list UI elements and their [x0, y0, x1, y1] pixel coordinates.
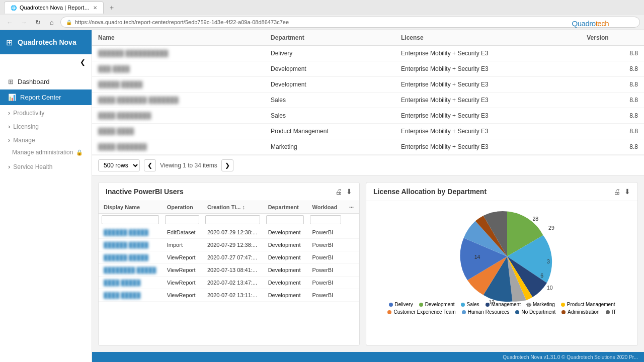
- table-row: ████████ █████ ViewReport 2020-07-13 08:…: [99, 264, 359, 277]
- legend-label-product-mgmt: Product Management: [567, 302, 615, 307]
- col-more: ···: [344, 201, 359, 214]
- legend-dot-admin: [561, 310, 566, 314]
- cell-op-1: EditDataset: [162, 226, 202, 239]
- cell-dept-6: Development: [263, 289, 307, 302]
- prev-page-button[interactable]: ❮: [144, 159, 156, 171]
- sidebar-header: ⊞ Quadrotech Nova: [0, 30, 92, 54]
- active-tab[interactable]: 🌐 Quadrotech Nova | Report cen... ✕: [4, 2, 104, 14]
- sidebar-item-dashboard[interactable]: ⊞ Dashboard: [0, 74, 92, 89]
- cell-workload-2: PowerBI: [307, 239, 344, 251]
- cell-name-1[interactable]: ██████ █████: [99, 226, 162, 239]
- filter-operation[interactable]: [165, 215, 199, 224]
- top-table-section: Name Department License Version ██████ █…: [92, 30, 644, 155]
- sidebar-group-productivity[interactable]: › Productivity: [0, 105, 92, 119]
- next-page-button[interactable]: ❯: [221, 159, 233, 171]
- filter-workload[interactable]: [310, 215, 341, 224]
- legend-dot-development: [419, 303, 423, 307]
- filter-creation[interactable]: [205, 215, 260, 224]
- forward-button[interactable]: →: [18, 17, 29, 28]
- back-button[interactable]: ←: [4, 17, 15, 28]
- address-bar[interactable]: 🔒 https://nova.quadro.tech/report-center…: [60, 17, 640, 28]
- cell-name-top-4: ████ ████████: [92, 108, 265, 124]
- cell-name-top-1: ███ ████: [92, 61, 265, 77]
- rows-per-page-select[interactable]: 500 rows 100 rows 50 rows: [98, 159, 140, 171]
- status-bar-text: Quadrotech Nova v1.31.0 © Quadrotech Sol…: [503, 354, 638, 360]
- cell-ver-top-6: 8.8: [581, 139, 644, 155]
- col-version: Version: [581, 30, 644, 46]
- label-sales: 29: [548, 225, 554, 231]
- table-row: █████ █████ Development Enterprise Mobil…: [92, 77, 644, 93]
- inactive-powerbi-title: Inactive PowerBI Users: [106, 188, 184, 196]
- cell-op-6: ViewReport: [162, 289, 202, 302]
- cell-license-top-3: Enterprise Mobility + Security E3: [395, 93, 581, 108]
- table-row: ████ ███████ ███████ Sales Enterprise Mo…: [92, 93, 644, 108]
- sidebar-label-service-health: Service Health: [13, 163, 52, 170]
- legend-development: Development: [419, 302, 455, 307]
- table-row: ██████ █████ Import 2020-07-29 12:38:...…: [99, 239, 359, 251]
- sidebar-item-report-center[interactable]: 📊 Report Center: [0, 89, 92, 105]
- legend-label-development: Development: [425, 302, 455, 307]
- cell-license-top-4: Enterprise Mobility + Security E3: [395, 108, 581, 124]
- cell-dept-top-1: Development: [265, 61, 395, 77]
- print-button-right[interactable]: 🖨: [613, 188, 620, 196]
- table-row: ████ ████ Product Management Enterprise …: [92, 124, 644, 139]
- report-icon: 📊: [8, 94, 16, 101]
- cell-name-top-6: ████ ███████: [92, 139, 265, 155]
- cell-name-top-0: ██████ ██████████: [92, 46, 265, 61]
- refresh-button[interactable]: ↻: [32, 17, 43, 28]
- home-button[interactable]: ⌂: [46, 17, 57, 28]
- chevron-down-icon-2: ›: [8, 123, 10, 130]
- cell-workload-3: PowerBI: [307, 251, 344, 264]
- inactive-powerbi-header: Inactive PowerBI Users 🖨 ⬇: [99, 183, 359, 201]
- cell-license-top-1: Enterprise Mobility + Security E3: [395, 61, 581, 77]
- cell-op-2: Import: [162, 239, 202, 251]
- cell-name-3[interactable]: ██████ █████: [99, 251, 162, 264]
- main-data-table: Name Department License Version ██████ █…: [92, 30, 644, 155]
- cell-dept-1: Development: [263, 226, 307, 239]
- label-development: 28: [532, 216, 538, 222]
- inactive-powerbi-table-wrapper[interactable]: Display Name Operation Creation Ti... ↕ …: [99, 201, 359, 345]
- label-delivery: 14: [474, 254, 480, 260]
- cell-name-4[interactable]: ████████ █████: [99, 264, 162, 277]
- new-tab-button[interactable]: +: [106, 2, 118, 14]
- table-row: ████ █████ ViewReport 2020-07-02 13:47:.…: [99, 277, 359, 289]
- tab-close-icon[interactable]: ✕: [93, 5, 97, 11]
- chevron-down-icon-4: ›: [8, 163, 10, 170]
- sidebar-items: ⊞ Dashboard 📊 Report Center › Productivi…: [0, 70, 92, 362]
- cell-workload-6: PowerBI: [307, 289, 344, 302]
- cell-dept-top-4: Sales: [265, 108, 395, 124]
- cell-op-3: ViewReport: [162, 251, 202, 264]
- filter-dept[interactable]: [266, 215, 304, 224]
- filter-name[interactable]: [102, 215, 159, 224]
- sidebar-group-service-health[interactable]: › Service Health: [0, 159, 92, 172]
- sidebar-item-manage-admin[interactable]: Manage administration 🔒: [0, 146, 92, 159]
- label-no-dept: 12: [489, 299, 495, 305]
- print-button-left[interactable]: 🖨: [335, 188, 342, 196]
- table-row: ██████ █████ ViewReport 2020-07-27 07:47…: [99, 251, 359, 264]
- cell-name-2[interactable]: ██████ █████: [99, 239, 162, 251]
- sidebar-group-licensing[interactable]: › Licensing: [0, 119, 92, 132]
- cell-dept-top-6: Marketing: [265, 139, 395, 155]
- label-mktg: 6: [540, 273, 543, 279]
- license-allocation-header: License Allocation by Department 🖨 ⬇: [366, 183, 637, 201]
- cell-dept-top-5: Product Management: [265, 124, 395, 139]
- col-license: License: [395, 30, 581, 46]
- download-button-right[interactable]: ⬇: [624, 188, 630, 196]
- sidebar-label-dashboard: Dashboard: [18, 78, 50, 85]
- col-name: Name: [92, 30, 265, 46]
- cell-dept-4: Development: [263, 264, 307, 277]
- cell-name-6[interactable]: ████ █████: [99, 289, 162, 302]
- cell-name-5[interactable]: ████ █████: [99, 277, 162, 289]
- download-button-left[interactable]: ⬇: [346, 188, 352, 196]
- sidebar-label-productivity: Productivity: [13, 110, 44, 117]
- col-operation: Operation: [162, 201, 202, 214]
- browser-nav: ← → ↻ ⌂ 🔒 https://nova.quadro.tech/repor…: [0, 15, 644, 30]
- cell-ver-top-2: 8.8: [581, 77, 644, 93]
- cell-ver-top-0: 8.8: [581, 46, 644, 61]
- sidebar-collapse-button[interactable]: ❮: [0, 54, 92, 70]
- table-row: ██████ ██████████ Delivery Enterprise Mo…: [92, 46, 644, 61]
- cell-ver-top-5: 8.8: [581, 124, 644, 139]
- inactive-powerbi-table: Display Name Operation Creation Ti... ↕ …: [99, 201, 359, 302]
- cell-name-top-3: ████ ███████ ███████: [92, 93, 265, 108]
- sidebar-group-manage[interactable]: › Manage: [0, 132, 92, 146]
